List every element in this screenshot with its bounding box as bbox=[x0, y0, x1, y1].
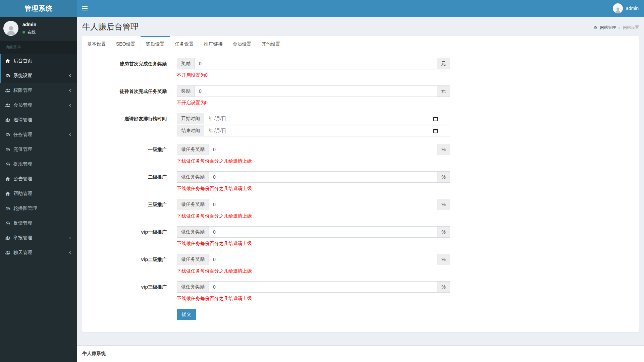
content-wrapper: 牛人赚后台管理 网站管理 > 网站设置 基本设置SEO设置奖励设置任务设置推广链… bbox=[77, 0, 644, 345]
home-icon bbox=[5, 191, 10, 196]
tab[interactable]: 推广链接 bbox=[199, 36, 228, 51]
sidebar-menu: 后台首页系统设置权限管理会员管理邀请管理任务管理充值管理提现管理公告管理帮助管理… bbox=[0, 54, 77, 260]
sidebar-item[interactable]: 会员管理 bbox=[0, 98, 77, 113]
input-addon: 做任务奖励 bbox=[177, 199, 209, 210]
unit-addon: % bbox=[437, 281, 450, 293]
sidebar-item-label: 聊天管理 bbox=[13, 250, 32, 256]
field-input[interactable] bbox=[209, 281, 437, 293]
date-input[interactable]: 年 /月/日 bbox=[204, 125, 442, 136]
sidebar-item[interactable]: 帮助管理 bbox=[0, 186, 77, 201]
input-group: 做任务奖励% bbox=[177, 226, 450, 238]
tab[interactable]: SEO设置 bbox=[111, 36, 141, 51]
unit-addon: % bbox=[437, 254, 450, 265]
users-icon bbox=[5, 250, 10, 255]
tab[interactable]: 任务设置 bbox=[170, 36, 199, 51]
input-addon: 做任务奖励 bbox=[177, 281, 209, 293]
calendar-icon[interactable] bbox=[433, 116, 438, 121]
field-hint: 下线做任务每份百分之几给邀请上级 bbox=[177, 158, 450, 164]
calendar-icon[interactable] bbox=[433, 128, 438, 133]
field-input[interactable] bbox=[209, 171, 437, 183]
sidebar: admin 在线 功能菜单 后台首页系统设置权限管理会员管理邀请管理任务管理充值… bbox=[0, 17, 77, 362]
field-input[interactable] bbox=[209, 144, 437, 155]
sidebar-item[interactable]: 轮播图管理 bbox=[0, 201, 77, 216]
field-input[interactable] bbox=[209, 226, 437, 238]
users-icon bbox=[5, 235, 10, 241]
chevron-left-icon bbox=[68, 88, 72, 93]
field-input[interactable] bbox=[209, 254, 437, 265]
tab-content: 徒弟首次完成任务奖励奖励元不开启设置为0徒孙首次完成任务奖励奖励元不开启设置为0… bbox=[82, 51, 639, 332]
date-input-group: 结束时间年 /月/日 bbox=[177, 125, 450, 136]
submit-button[interactable]: 提交 bbox=[177, 309, 196, 320]
home-icon bbox=[5, 58, 10, 64]
main-footer: 牛人赚系统 bbox=[77, 345, 644, 362]
sidebar-item-label: 充值管理 bbox=[13, 146, 32, 153]
user-status[interactable]: 在线 bbox=[22, 29, 36, 35]
sidebar-item[interactable]: 公告管理 bbox=[0, 172, 77, 186]
field-label: 二级推广 bbox=[86, 171, 167, 191]
tab[interactable]: 会员设置 bbox=[228, 36, 257, 51]
unit-addon: 元 bbox=[437, 85, 450, 97]
input-group: 做任务奖励% bbox=[177, 281, 450, 293]
brand-logo[interactable]: 管理系统 bbox=[0, 0, 77, 17]
tab[interactable]: 基本设置 bbox=[82, 36, 111, 51]
form-row: 徒孙首次完成任务奖励奖励元不开启设置为0 bbox=[86, 85, 636, 106]
input-group: 做任务奖励% bbox=[177, 144, 450, 155]
field-hint: 下线做任务每份百分之几给邀请上级 bbox=[177, 186, 450, 191]
footer-text: 牛人赚系统 bbox=[82, 351, 106, 356]
sidebar-item[interactable]: 系统设置 bbox=[0, 68, 77, 83]
sidebar-item-label: 反馈管理 bbox=[13, 220, 32, 226]
top-navbar: 管理系统 admin bbox=[0, 0, 644, 17]
field-hint: 下线做任务每份百分之几给邀请上级 bbox=[177, 241, 450, 246]
sidebar-item[interactable]: 后台首页 bbox=[0, 54, 77, 68]
field-label: vip三级推广 bbox=[86, 281, 167, 301]
form-row: 三级推广做任务奖励%下线做任务每份百分之几给邀请上级 bbox=[86, 199, 636, 219]
sidebar-item[interactable]: 聊天管理 bbox=[0, 245, 77, 260]
content-header: 牛人赚后台管理 网站管理 > 网站设置 bbox=[77, 17, 644, 36]
sidebar-item[interactable]: 权限管理 bbox=[0, 83, 77, 98]
sidebar-item[interactable]: 任务管理 bbox=[0, 127, 77, 142]
form-row: 徒弟首次完成任务奖励奖励元不开启设置为0 bbox=[86, 58, 636, 78]
input-group: 做任务奖励% bbox=[177, 199, 450, 210]
field-control: 做任务奖励%下线做任务每份百分之几给邀请上级 bbox=[177, 281, 450, 301]
field-hint: 下线做任务每份百分之几给邀请上级 bbox=[177, 213, 450, 219]
sidebar-item[interactable]: 反馈管理 bbox=[0, 216, 77, 231]
input-addon: 开始时间 bbox=[177, 113, 204, 124]
sidebar-item-label: 权限管理 bbox=[13, 87, 32, 94]
unit-addon: % bbox=[437, 171, 450, 183]
field-label: 一级推广 bbox=[86, 144, 167, 164]
field-label: 徒孙首次完成任务奖励 bbox=[86, 85, 167, 106]
sidebar-item[interactable]: 邀请管理 bbox=[0, 113, 77, 127]
sidebar-toggle-button[interactable] bbox=[77, 0, 92, 17]
empty-addon bbox=[442, 113, 450, 124]
navbar-user-menu[interactable]: admin bbox=[607, 0, 644, 17]
date-input[interactable]: 年 /月/日 bbox=[204, 113, 442, 124]
field-hint: 下线做任务每份百分之几给邀请上级 bbox=[177, 296, 450, 301]
sidebar-item[interactable]: 举报管理 bbox=[0, 231, 77, 245]
sidebar-item-label: 后台首页 bbox=[13, 58, 32, 64]
field-control: 奖励元不开启设置为0 bbox=[177, 85, 450, 106]
sidebar-user-panel: admin 在线 bbox=[0, 17, 77, 40]
date-placeholder: 年 /月/日 bbox=[208, 128, 226, 134]
field-label: 徒弟首次完成任务奖励 bbox=[86, 58, 167, 78]
tachometer-icon bbox=[5, 147, 10, 152]
field-input[interactable] bbox=[209, 199, 437, 210]
field-control: 开始时间年 /月/日结束时间年 /月/日 bbox=[177, 113, 450, 136]
field-input[interactable] bbox=[195, 85, 437, 97]
sidebar-item-label: 任务管理 bbox=[13, 132, 32, 138]
settings-box: 基本设置SEO设置奖励设置任务设置推广链接会员设置其他设置 徒弟首次完成任务奖励… bbox=[82, 36, 639, 332]
input-addon: 结束时间 bbox=[177, 125, 204, 136]
submit-row: 提交 bbox=[177, 309, 636, 320]
input-addon: 做任务奖励 bbox=[177, 254, 209, 265]
input-group: 奖励元 bbox=[177, 58, 450, 69]
form-row: vip三级推广做任务奖励%下线做任务每份百分之几给邀请上级 bbox=[86, 281, 636, 301]
tab[interactable]: 奖励设置 bbox=[141, 36, 170, 51]
tachometer-icon bbox=[5, 73, 10, 78]
tab[interactable]: 其他设置 bbox=[257, 36, 285, 51]
breadcrumb-separator: > bbox=[619, 26, 621, 30]
tachometer-icon bbox=[5, 162, 10, 167]
field-control: 做任务奖励%下线做任务每份百分之几给邀请上级 bbox=[177, 171, 450, 191]
field-input[interactable] bbox=[195, 58, 437, 69]
sidebar-item[interactable]: 提现管理 bbox=[0, 157, 77, 172]
sidebar-item[interactable]: 充值管理 bbox=[0, 142, 77, 157]
breadcrumb-parent[interactable]: 网站管理 bbox=[600, 25, 616, 31]
